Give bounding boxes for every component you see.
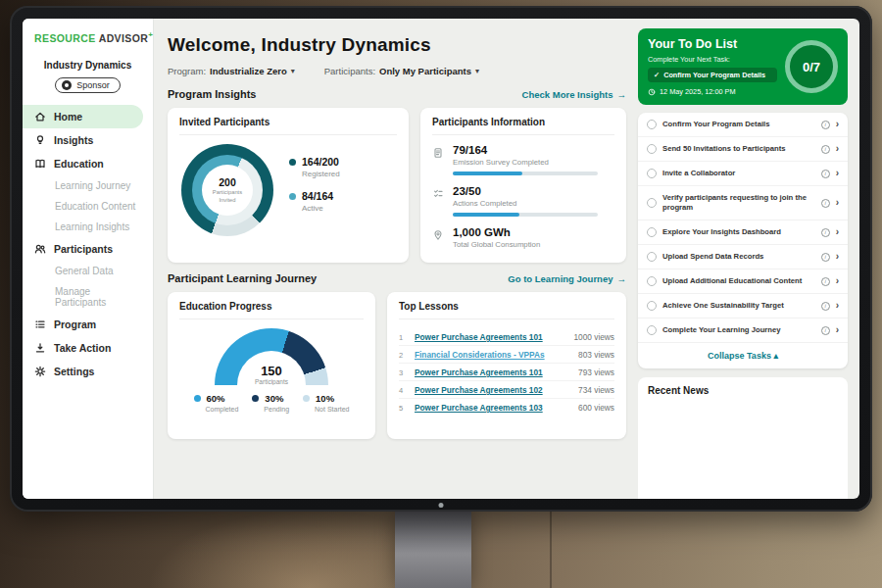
legend-value: 10%: [316, 393, 334, 404]
info-icon[interactable]: i: [821, 121, 830, 129]
participants-information-card: Participants Information 79/164 Emission…: [420, 108, 626, 263]
legend-label: Not Started: [315, 406, 349, 413]
people-icon: [34, 243, 46, 255]
chevron-right-icon[interactable]: ›: [836, 252, 839, 262]
link-label: Check More Insights: [522, 89, 613, 100]
sidebar-item-participants[interactable]: Participants: [23, 237, 153, 261]
task-checkbox[interactable]: [647, 276, 657, 286]
chevron-right-icon[interactable]: ›: [836, 301, 839, 311]
task-checkbox[interactable]: [647, 169, 657, 178]
todo-next-task[interactable]: ✓ Confirm Your Program Details: [648, 68, 777, 82]
info-icon[interactable]: i: [821, 326, 830, 335]
chevron-down-icon: ▾: [475, 67, 479, 75]
link-label: Go to Learning Journey: [508, 273, 612, 284]
todo-column: Your To Do List Complete Your Next Task:…: [638, 24, 848, 499]
task-row[interactable]: Invite a Collaborator i ›: [638, 162, 848, 186]
program-filter[interactable]: Program: Industrialize Zero ▾: [168, 66, 295, 76]
task-row[interactable]: Explore Your Insights Dashboard i ›: [638, 220, 848, 245]
legend-value: 30%: [265, 393, 283, 404]
progress-fill: [453, 172, 522, 175]
chevron-up-icon: ▴: [773, 351, 778, 361]
sidebar-item-learning-insights[interactable]: Learning Insights: [23, 217, 153, 237]
chevron-right-icon[interactable]: ›: [836, 198, 839, 208]
lesson-link[interactable]: Power Purchase Agreements 102: [415, 385, 572, 395]
task-row[interactable]: Send 50 Invitations to Participants i ›: [638, 137, 848, 162]
task-checkbox[interactable]: [647, 120, 657, 129]
info-icon[interactable]: i: [821, 253, 830, 262]
chevron-right-icon[interactable]: ›: [836, 227, 839, 237]
sidebar-item-education-content[interactable]: Education Content: [23, 196, 153, 217]
task-row[interactable]: Achieve One Sustainability Target i ›: [638, 294, 848, 318]
lesson-row: 4 Power Purchase Agreements 102 734 view…: [399, 381, 614, 399]
legend-value: 60%: [207, 393, 225, 404]
chevron-right-icon[interactable]: ›: [836, 169, 839, 178]
info-icon[interactable]: i: [821, 145, 830, 154]
info-icon[interactable]: i: [821, 277, 830, 286]
task-checkbox[interactable]: [647, 252, 657, 262]
task-row[interactable]: Confirm Your Program Details i ›: [638, 113, 848, 137]
sidebar-item-manage-participants[interactable]: Manage Participants: [23, 281, 153, 313]
sidebar-item-program[interactable]: Program: [23, 313, 153, 336]
progress-fill: [453, 213, 519, 217]
chevron-right-icon[interactable]: ›: [836, 325, 839, 335]
sidebar-item-take-action[interactable]: Take Action: [23, 336, 153, 360]
task-checkbox[interactable]: [647, 227, 657, 237]
sidebar-item-general-data[interactable]: General Data: [23, 261, 153, 281]
check-more-insights-link[interactable]: Check More Insights →: [522, 89, 626, 100]
sidebar-item-label: Program: [54, 318, 96, 330]
todo-tasks-card: Confirm Your Program Details i › Send 50…: [638, 113, 848, 368]
legend-dot: [303, 395, 310, 402]
info-icon[interactable]: i: [821, 170, 830, 178]
sidebar-item-learning-journey[interactable]: Learning Journey: [23, 175, 153, 196]
program-filter-label: Program:: [168, 66, 206, 76]
lesson-link[interactable]: Power Purchase Agreements 103: [415, 403, 572, 413]
chevron-right-icon[interactable]: ›: [836, 144, 839, 154]
arrow-right-icon: →: [617, 89, 627, 100]
education-gauge-wrap: 150 Participants: [215, 328, 328, 385]
monitor: RESOURCE ADVISOR+ Industry Dynamics Spon…: [10, 6, 872, 512]
lesson-views: 1000 views: [573, 332, 614, 342]
sidebar-item-settings[interactable]: Settings: [23, 360, 153, 383]
task-checkbox[interactable]: [647, 301, 657, 311]
task-row[interactable]: Complete Your Learning Journey i ›: [638, 318, 848, 343]
chevron-right-icon[interactable]: ›: [836, 276, 839, 286]
collapse-label: Collapse Tasks: [708, 351, 771, 361]
lesson-row: 1 Power Purchase Agreements 101 1000 vie…: [399, 328, 614, 346]
lesson-link[interactable]: Financial Considerations - VPPAs: [415, 350, 572, 360]
gear-icon: [34, 366, 46, 377]
stat-value: 23/50: [453, 185, 598, 197]
task-row[interactable]: Verify participants requesting to join t…: [638, 186, 848, 220]
sidebar-item-insights[interactable]: Insights: [23, 128, 153, 152]
sidebar-item-education[interactable]: Education: [23, 152, 153, 175]
lesson-link[interactable]: Power Purchase Agreements 101: [415, 368, 572, 377]
lesson-link[interactable]: Power Purchase Agreements 101: [415, 332, 567, 342]
chevron-right-icon[interactable]: ›: [836, 120, 839, 129]
legend-label: Pending: [264, 406, 289, 413]
collapse-tasks-link[interactable]: Collapse Tasks ▴: [638, 343, 848, 368]
sidebar-item-home[interactable]: Home: [23, 105, 143, 128]
card-title: Participants Information: [432, 117, 614, 135]
task-label: Upload Additional Educational Content: [662, 276, 815, 286]
legend-pending: 30% Pending: [252, 393, 289, 413]
todo-progress-value: 0/7: [803, 60, 820, 74]
info-icon[interactable]: i: [821, 228, 830, 237]
info-icon[interactable]: i: [821, 302, 830, 311]
task-row[interactable]: Upload Spend Data Records i ›: [638, 245, 848, 270]
legend-label: Registered: [302, 170, 340, 178]
task-checkbox[interactable]: [647, 325, 657, 335]
legend-registered: 164/200 Registered: [289, 156, 340, 178]
legend-not-started: 10% Not Started: [303, 393, 349, 413]
legend-value: 84/164: [302, 190, 333, 202]
info-icon[interactable]: i: [821, 199, 830, 208]
task-checkbox[interactable]: [647, 198, 657, 208]
progress-track: [453, 213, 598, 217]
task-row[interactable]: Upload Additional Educational Content i …: [638, 270, 848, 294]
task-checkbox[interactable]: [647, 144, 657, 154]
task-label: Upload Spend Data Records: [662, 252, 815, 262]
lesson-rank: 5: [399, 404, 409, 413]
go-to-learning-journey-link[interactable]: Go to Learning Journey →: [508, 273, 626, 284]
task-label: Verify participants requesting to join t…: [662, 193, 815, 213]
stat-label: Actions Completed: [453, 199, 598, 208]
todo-title: Your To Do List: [648, 37, 777, 51]
participants-filter[interactable]: Participants: Only My Participants ▾: [324, 66, 479, 76]
